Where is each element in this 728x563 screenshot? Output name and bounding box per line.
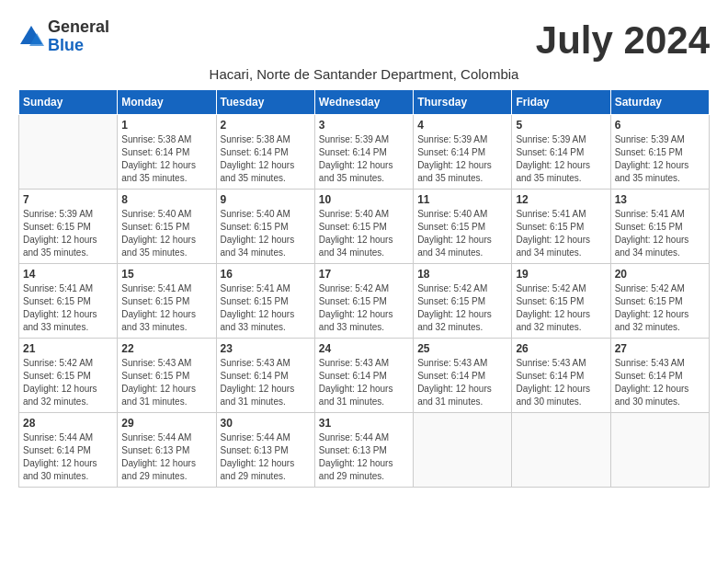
day-info: Sunrise: 5:43 AM Sunset: 6:14 PM Dayligh… [417,357,507,408]
day-info: Sunrise: 5:38 AM Sunset: 6:14 PM Dayligh… [121,133,211,185]
day-info: Sunrise: 5:42 AM Sunset: 6:15 PM Dayligh… [516,282,606,334]
day-number: 7 [23,193,113,206]
day-cell: 2Sunrise: 5:38 AM Sunset: 6:14 PM Daylig… [216,115,314,190]
day-info: Sunrise: 5:40 AM Sunset: 6:15 PM Dayligh… [319,208,409,259]
day-info: Sunrise: 5:41 AM Sunset: 6:15 PM Dayligh… [221,282,311,334]
day-number: 13 [615,193,705,206]
calendar-header: Sunday Monday Tuesday Wednesday Thursday… [19,90,710,115]
day-info: Sunrise: 5:42 AM Sunset: 6:15 PM Dayligh… [23,357,113,408]
day-number: 3 [319,119,409,132]
day-cell: 27Sunrise: 5:43 AM Sunset: 6:14 PM Dayli… [610,339,709,413]
week-row-2: 14Sunrise: 5:41 AM Sunset: 6:15 PM Dayli… [19,264,710,339]
day-number: 2 [221,119,311,132]
day-info: Sunrise: 5:43 AM Sunset: 6:14 PM Dayligh… [516,357,606,408]
day-number: 8 [121,193,211,206]
day-number: 14 [23,268,113,281]
day-number: 22 [121,342,211,355]
header-monday: Monday [118,90,216,115]
day-cell [19,115,118,190]
week-row-4: 28Sunrise: 5:44 AM Sunset: 6:14 PM Dayli… [19,413,710,488]
week-row-0: 1Sunrise: 5:38 AM Sunset: 6:14 PM Daylig… [19,115,710,190]
day-cell: 31Sunrise: 5:44 AM Sunset: 6:13 PM Dayli… [314,413,413,488]
header-friday: Friday [512,90,610,115]
day-info: Sunrise: 5:41 AM Sunset: 6:15 PM Dayligh… [23,282,113,334]
calendar-body: 1Sunrise: 5:38 AM Sunset: 6:14 PM Daylig… [19,115,710,488]
day-info: Sunrise: 5:43 AM Sunset: 6:14 PM Dayligh… [615,357,705,408]
calendar-table: Sunday Monday Tuesday Wednesday Thursday… [18,89,710,488]
header-saturday: Saturday [610,90,709,115]
day-cell [414,413,512,488]
day-cell: 26Sunrise: 5:43 AM Sunset: 6:14 PM Dayli… [512,339,610,413]
day-info: Sunrise: 5:43 AM Sunset: 6:14 PM Dayligh… [319,357,409,408]
day-number: 1 [121,119,211,132]
day-cell: 7Sunrise: 5:39 AM Sunset: 6:15 PM Daylig… [19,190,118,264]
day-info: Sunrise: 5:40 AM Sunset: 6:15 PM Dayligh… [221,208,311,259]
day-info: Sunrise: 5:42 AM Sunset: 6:15 PM Dayligh… [417,282,507,334]
day-number: 21 [23,342,113,355]
day-cell: 21Sunrise: 5:42 AM Sunset: 6:15 PM Dayli… [19,339,118,413]
day-number: 25 [417,342,507,355]
header-sunday: Sunday [19,90,118,115]
day-cell: 17Sunrise: 5:42 AM Sunset: 6:15 PM Dayli… [314,264,413,339]
day-number: 19 [516,268,606,281]
day-cell: 9Sunrise: 5:40 AM Sunset: 6:15 PM Daylig… [216,190,314,264]
day-info: Sunrise: 5:41 AM Sunset: 6:15 PM Dayligh… [516,208,606,259]
day-cell: 16Sunrise: 5:41 AM Sunset: 6:15 PM Dayli… [216,264,314,339]
day-cell [610,413,709,488]
day-info: Sunrise: 5:43 AM Sunset: 6:14 PM Dayligh… [221,357,311,408]
header-thursday: Thursday [414,90,512,115]
day-number: 28 [23,417,113,430]
week-row-1: 7Sunrise: 5:39 AM Sunset: 6:15 PM Daylig… [19,190,710,264]
day-number: 12 [516,193,606,206]
day-cell: 30Sunrise: 5:44 AM Sunset: 6:13 PM Dayli… [216,413,314,488]
day-number: 6 [615,119,705,132]
day-number: 23 [221,342,311,355]
day-cell: 15Sunrise: 5:41 AM Sunset: 6:15 PM Dayli… [118,264,216,339]
day-number: 18 [417,268,507,281]
month-title: July 2024 [536,18,710,63]
day-info: Sunrise: 5:39 AM Sunset: 6:14 PM Dayligh… [319,133,409,185]
logo-blue: Blue [48,37,109,55]
logo-text: General Blue [48,18,109,55]
day-info: Sunrise: 5:40 AM Sunset: 6:15 PM Dayligh… [121,208,211,259]
logo-icon [18,24,44,50]
day-cell: 10Sunrise: 5:40 AM Sunset: 6:15 PM Dayli… [314,190,413,264]
logo: General Blue [18,18,109,55]
day-info: Sunrise: 5:43 AM Sunset: 6:15 PM Dayligh… [121,357,211,408]
day-number: 4 [417,119,507,132]
day-info: Sunrise: 5:42 AM Sunset: 6:15 PM Dayligh… [319,282,409,334]
day-cell: 24Sunrise: 5:43 AM Sunset: 6:14 PM Dayli… [314,339,413,413]
day-cell: 6Sunrise: 5:39 AM Sunset: 6:15 PM Daylig… [610,115,709,190]
day-cell: 22Sunrise: 5:43 AM Sunset: 6:15 PM Dayli… [118,339,216,413]
days-of-week-row: Sunday Monday Tuesday Wednesday Thursday… [19,90,710,115]
day-number: 24 [319,342,409,355]
day-info: Sunrise: 5:39 AM Sunset: 6:15 PM Dayligh… [23,208,113,259]
day-cell: 13Sunrise: 5:41 AM Sunset: 6:15 PM Dayli… [610,190,709,264]
day-info: Sunrise: 5:40 AM Sunset: 6:15 PM Dayligh… [417,208,507,259]
header-tuesday: Tuesday [216,90,314,115]
day-cell: 19Sunrise: 5:42 AM Sunset: 6:15 PM Dayli… [512,264,610,339]
day-info: Sunrise: 5:44 AM Sunset: 6:13 PM Dayligh… [221,431,311,483]
day-cell: 18Sunrise: 5:42 AM Sunset: 6:15 PM Dayli… [414,264,512,339]
day-number: 30 [221,417,311,430]
day-number: 29 [121,417,211,430]
day-number: 9 [221,193,311,206]
day-info: Sunrise: 5:44 AM Sunset: 6:13 PM Dayligh… [319,431,409,483]
day-info: Sunrise: 5:42 AM Sunset: 6:15 PM Dayligh… [615,282,705,334]
day-cell [512,413,610,488]
day-number: 31 [319,417,409,430]
day-cell: 11Sunrise: 5:40 AM Sunset: 6:15 PM Dayli… [414,190,512,264]
day-cell: 12Sunrise: 5:41 AM Sunset: 6:15 PM Dayli… [512,190,610,264]
day-number: 27 [615,342,705,355]
header-wednesday: Wednesday [314,90,413,115]
day-cell: 29Sunrise: 5:44 AM Sunset: 6:13 PM Dayli… [118,413,216,488]
day-cell: 1Sunrise: 5:38 AM Sunset: 6:14 PM Daylig… [118,115,216,190]
logo-general: General [48,18,109,37]
day-info: Sunrise: 5:44 AM Sunset: 6:14 PM Dayligh… [23,431,113,483]
day-cell: 23Sunrise: 5:43 AM Sunset: 6:14 PM Dayli… [216,339,314,413]
day-cell: 4Sunrise: 5:39 AM Sunset: 6:14 PM Daylig… [414,115,512,190]
day-cell: 14Sunrise: 5:41 AM Sunset: 6:15 PM Dayli… [19,264,118,339]
day-number: 15 [121,268,211,281]
day-cell: 3Sunrise: 5:39 AM Sunset: 6:14 PM Daylig… [314,115,413,190]
day-info: Sunrise: 5:39 AM Sunset: 6:14 PM Dayligh… [417,133,507,185]
